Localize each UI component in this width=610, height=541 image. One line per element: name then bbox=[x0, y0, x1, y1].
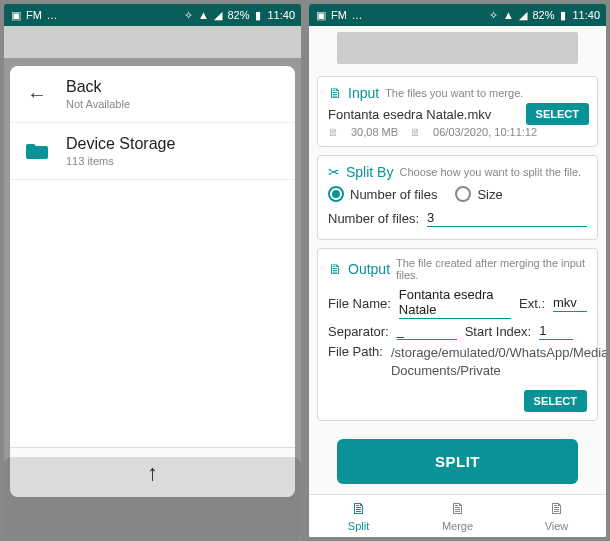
output-card: 🗎 Output The file created after merging … bbox=[317, 248, 598, 421]
radio-count-label: Number of files bbox=[350, 187, 437, 202]
view-tab-icon: 🗎 bbox=[549, 500, 565, 518]
radio-number-of-files[interactable]: Number of files bbox=[328, 186, 437, 202]
status-bar: ▣ FM … ✧ ▲ ◢ 82% ▮ 11:40 bbox=[4, 4, 301, 26]
input-date: 06/03/2020, 10:11:12 bbox=[433, 126, 537, 138]
nav-merge-label: Merge bbox=[442, 520, 473, 532]
ad-placeholder bbox=[337, 32, 578, 64]
output-hint: The file created after merging the input… bbox=[396, 257, 587, 281]
input-select-button[interactable]: SELECT bbox=[526, 103, 589, 125]
back-subtitle: Not Available bbox=[66, 98, 130, 110]
status-battery: 82% bbox=[532, 9, 554, 21]
ext-input[interactable]: mkv bbox=[553, 295, 587, 312]
split-action-button[interactable]: SPLIT bbox=[337, 439, 578, 484]
output-file-icon: 🗎 bbox=[328, 261, 342, 277]
scissors-icon: ✂ bbox=[328, 164, 340, 180]
splitby-card: ✂ Split By Choose how you want to split … bbox=[317, 155, 598, 240]
wifi-icon: ▲ bbox=[502, 9, 514, 21]
status-app-label: FM bbox=[26, 9, 42, 21]
separator-input[interactable]: _ bbox=[397, 323, 457, 340]
splitby-title: Split By bbox=[346, 164, 393, 180]
overlay-dim-top bbox=[4, 26, 301, 58]
separator-label: Separator: bbox=[328, 324, 389, 339]
split-tab-icon: 🗎 bbox=[351, 500, 367, 518]
back-title: Back bbox=[66, 78, 130, 96]
signal-icon: ◢ bbox=[212, 9, 224, 22]
count-label: Number of files: bbox=[328, 211, 419, 226]
storage-picker-sheet: ← Back Not Available Device Storage 113 … bbox=[10, 66, 295, 497]
nav-split[interactable]: 🗎 Split bbox=[309, 495, 408, 537]
filename-input[interactable]: Fontanta esedra Natale bbox=[399, 287, 511, 319]
radio-checked-icon bbox=[328, 186, 344, 202]
split-config-screen: ▣ FM … ✧ ▲ ◢ 82% ▮ 11:40 🗎 Input The fil… bbox=[309, 4, 606, 537]
nav-merge[interactable]: 🗎 Merge bbox=[408, 495, 507, 537]
startidx-label: Start Index: bbox=[465, 324, 531, 339]
vibrate-icon: ✧ bbox=[487, 9, 499, 22]
status-bar: ▣ FM … ✧ ▲ ◢ 82% ▮ 11:40 bbox=[309, 4, 606, 26]
battery-icon: ▮ bbox=[557, 9, 569, 22]
ext-label: Ext.: bbox=[519, 296, 545, 311]
battery-icon: ▮ bbox=[252, 9, 264, 22]
bottom-nav: 🗎 Split 🗎 Merge 🗎 View bbox=[309, 494, 606, 537]
input-file-icon: 🗎 bbox=[328, 85, 342, 101]
date-icon: 🗎 bbox=[410, 126, 421, 138]
folder-icon bbox=[24, 138, 50, 164]
splitby-hint: Choose how you want to split the file. bbox=[399, 166, 581, 178]
status-battery: 82% bbox=[227, 9, 249, 21]
device-storage-subtitle: 113 items bbox=[66, 155, 175, 167]
nav-view[interactable]: 🗎 View bbox=[507, 495, 606, 537]
arrow-up-icon: ↑ bbox=[147, 460, 158, 486]
file-picker-screen: ▣ FM … ✧ ▲ ◢ 82% ▮ 11:40 ← Back Not Avai… bbox=[4, 4, 301, 537]
input-size: 30,08 MB bbox=[351, 126, 398, 138]
back-arrow-icon: ← bbox=[24, 81, 50, 107]
nav-view-label: View bbox=[545, 520, 569, 532]
app-indicator-icon: ▣ bbox=[10, 9, 22, 22]
filename-label: File Name: bbox=[328, 296, 391, 311]
count-input[interactable]: 3 bbox=[427, 210, 587, 227]
signal-icon: ◢ bbox=[517, 9, 529, 22]
radio-unchecked-icon bbox=[455, 186, 471, 202]
filesize-icon: 🗎 bbox=[328, 126, 339, 138]
output-title: Output bbox=[348, 261, 390, 277]
status-app-label: FM bbox=[331, 9, 347, 21]
filepath-value: /storage/emulated/0/WhatsApp/Media/Whats… bbox=[391, 344, 587, 380]
back-row[interactable]: ← Back Not Available bbox=[10, 66, 295, 123]
device-storage-title: Device Storage bbox=[66, 135, 175, 153]
device-storage-row[interactable]: Device Storage 113 items bbox=[10, 123, 295, 180]
status-dot-icon: … bbox=[46, 9, 58, 21]
startidx-input[interactable]: 1 bbox=[539, 323, 573, 340]
input-card: 🗎 Input The files you want to merge. Fon… bbox=[317, 76, 598, 147]
app-indicator-icon: ▣ bbox=[315, 9, 327, 22]
status-time: 11:40 bbox=[267, 9, 295, 21]
input-title: Input bbox=[348, 85, 379, 101]
radio-size-label: Size bbox=[477, 187, 502, 202]
wifi-icon: ▲ bbox=[197, 9, 209, 21]
status-dot-icon: … bbox=[351, 9, 363, 21]
filepath-label: File Path: bbox=[328, 344, 383, 359]
nav-split-label: Split bbox=[348, 520, 369, 532]
radio-size[interactable]: Size bbox=[455, 186, 502, 202]
merge-tab-icon: 🗎 bbox=[450, 500, 466, 518]
output-select-button[interactable]: SELECT bbox=[524, 390, 587, 412]
vibrate-icon: ✧ bbox=[182, 9, 194, 22]
picker-up-button[interactable]: ↑ bbox=[10, 447, 295, 497]
input-hint: The files you want to merge. bbox=[385, 87, 523, 99]
status-time: 11:40 bbox=[572, 9, 600, 21]
